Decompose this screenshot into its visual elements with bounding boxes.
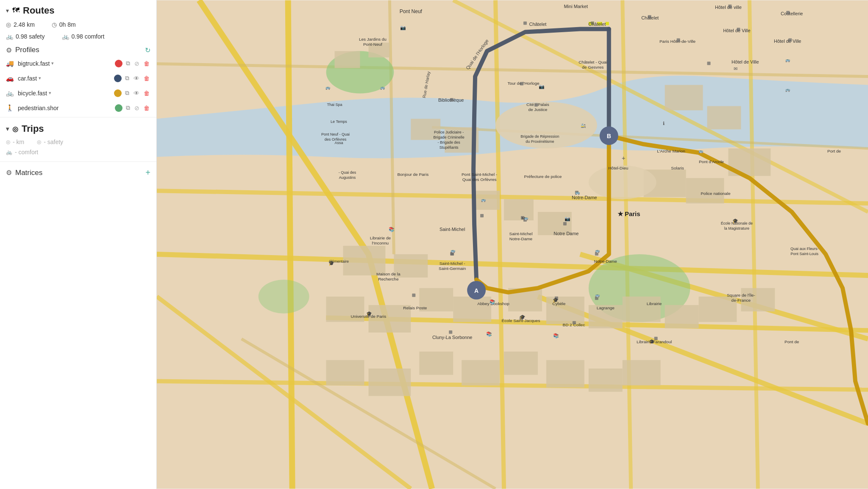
car-copy-icon[interactable]: ⧉: [124, 74, 130, 83]
svg-text:🎓: 🎓: [649, 339, 655, 345]
distance-stat: ◎ 2.48 km: [6, 21, 35, 28]
svg-rect-121: [677, 39, 680, 42]
svg-text:Coutellerie: Coutellerie: [781, 11, 803, 16]
bicycle-eye-icon[interactable]: 👁: [133, 89, 140, 97]
svg-rect-116: [523, 22, 527, 25]
svg-rect-35: [589, 369, 623, 392]
trips-title: Trips: [22, 123, 44, 134]
bigtruck-profile-name[interactable]: bigtruck.fast ▾: [18, 60, 112, 67]
svg-rect-123: [786, 11, 790, 14]
pedestrian-profile-name[interactable]: pedestrian.shor: [18, 105, 112, 111]
bigtruck-copy-icon[interactable]: ⧉: [125, 59, 131, 68]
svg-rect-26: [665, 305, 699, 328]
svg-rect-33: [504, 352, 538, 375]
svg-text:Pont-Neuf: Pont-Neuf: [363, 42, 382, 47]
svg-text:📚: 📚: [486, 331, 492, 337]
svg-rect-13: [665, 85, 703, 110]
car-profile-name[interactable]: car.fast ▾: [18, 75, 111, 82]
profiles-section: ⚙ Profiles ↻: [0, 43, 156, 56]
svg-rect-122: [788, 39, 792, 42]
svg-text:de Gesvres: de Gesvres: [582, 65, 604, 69]
svg-text:du Proxénétisme: du Proxénétisme: [526, 139, 554, 144]
svg-text:🎓: 🎓: [553, 297, 559, 303]
car-profile-actions: ⧉ 👁 🗑: [114, 74, 150, 83]
matrices-add-button[interactable]: +: [145, 168, 150, 178]
svg-text:Port de: Port de: [827, 149, 841, 153]
bicycle-copy-icon[interactable]: ⧉: [124, 89, 130, 97]
routes-chevron-icon[interactable]: ▾: [6, 7, 9, 14]
profile-row-pedestrian: 🚶 pedestrian.shor ⧉ ⊘ 🗑: [0, 100, 156, 115]
svg-text:Cité - Palais: Cité - Palais: [526, 102, 549, 107]
svg-text:de Justice: de Justice: [528, 107, 547, 112]
svg-text:Saint-Michel: Saint-Michel: [440, 227, 465, 232]
trips-chevron-icon[interactable]: ▾: [6, 125, 9, 132]
svg-text:B: B: [607, 133, 611, 139]
svg-rect-9: [504, 199, 534, 220]
car-eye-icon[interactable]: 👁: [133, 74, 140, 83]
svg-text:Notre-Dame: Notre-Dame: [572, 195, 597, 200]
safety-value: 0.98 safety: [16, 33, 45, 40]
bigtruck-eye-off-icon[interactable]: ⊘: [134, 59, 140, 68]
svg-text:🎓: 🎓: [328, 260, 334, 266]
svg-text:Hôtel de Ville: Hôtel de Ville: [774, 39, 801, 44]
pedestrian-color-dot: [115, 104, 122, 112]
svg-text:Quai des Orfèvres: Quai des Orfèvres: [462, 177, 497, 182]
svg-text:🚌: 🚌: [380, 85, 385, 90]
truck-icon: 🚚: [6, 60, 15, 67]
svg-text:- Quai des: - Quai des: [339, 170, 356, 175]
svg-text:★ Paris: ★ Paris: [618, 210, 640, 217]
svg-text:Bonjour de Paris: Bonjour de Paris: [397, 172, 428, 177]
pedestrian-delete-icon[interactable]: 🗑: [143, 104, 150, 112]
profiles-refresh-icon[interactable]: ↻: [145, 46, 150, 54]
svg-rect-125: [520, 82, 523, 85]
bigtruck-delete-icon[interactable]: 🗑: [143, 59, 150, 68]
svg-text:Hôtel-Dieu: Hôtel-Dieu: [608, 166, 628, 170]
trip-km-icon: ◎: [6, 139, 10, 145]
car-icon: 🚗: [6, 75, 15, 82]
svg-text:Librairie de: Librairie de: [370, 236, 391, 240]
svg-rect-126: [534, 103, 538, 106]
svg-text:Notre-Dame: Notre-Dame: [509, 236, 533, 241]
bicycle-delete-icon[interactable]: 🗑: [143, 89, 150, 97]
svg-text:🚌: 🚌: [595, 248, 600, 253]
matrices-section: ⚙ Matrices +: [0, 164, 156, 182]
svg-text:Lagrange: Lagrange: [597, 306, 615, 310]
pedestrian-eye-off-icon[interactable]: ⊘: [134, 104, 140, 112]
svg-text:Saint-Germain: Saint-Germain: [439, 266, 466, 271]
time-icon: ◷: [52, 21, 57, 28]
svg-text:Maison de la: Maison de la: [376, 272, 401, 276]
bicycle-profile-name[interactable]: bicycle.fast ▾: [18, 90, 111, 97]
svg-rect-21: [453, 297, 491, 322]
svg-text:✉: ✉: [734, 66, 737, 71]
svg-text:Recherche: Recherche: [378, 277, 399, 281]
profiles-gear-icon: ⚙: [6, 46, 12, 54]
trip-km-value: - km: [13, 139, 24, 145]
matrices-title: Matrices: [15, 169, 42, 177]
svg-rect-14: [707, 106, 741, 129]
time-stat: ◷ 0h 8m: [52, 21, 76, 28]
matrices-gear-icon: ⚙: [6, 169, 12, 177]
svg-rect-31: [419, 352, 453, 375]
car-color-dot: [114, 75, 122, 82]
svg-text:Châtelet - Quai: Châtelet - Quai: [579, 60, 607, 65]
car-delete-icon[interactable]: 🗑: [143, 74, 150, 83]
trips-node-icon: ◎: [12, 125, 18, 133]
svg-rect-120: [737, 28, 740, 31]
map-area[interactable]: A B Pont Neuf Mini Market Châtelet Châte…: [157, 0, 868, 489]
svg-text:Le Temps: Le Temps: [331, 119, 347, 124]
svg-text:Quai aux Fleurs-: Quai aux Fleurs-: [790, 247, 818, 251]
svg-text:📷: 📷: [400, 25, 406, 31]
svg-text:Saint-Michel: Saint-Michel: [509, 231, 533, 236]
bigtruck-color-dot: [115, 60, 122, 67]
svg-rect-8: [474, 191, 500, 210]
svg-text:🚉: 🚉: [581, 123, 586, 128]
svg-rect-129: [480, 214, 484, 217]
svg-point-3: [259, 280, 309, 314]
svg-text:🚌: 🚌: [785, 58, 790, 63]
svg-text:M: M: [522, 216, 525, 220]
bigtruck-profile-actions: ⧉ ⊘ 🗑: [115, 59, 150, 68]
svg-text:Pont de: Pont de: [785, 339, 799, 344]
pedestrian-copy-icon[interactable]: ⧉: [125, 103, 131, 112]
svg-rect-23: [546, 297, 584, 324]
svg-rect-25: [623, 297, 661, 322]
